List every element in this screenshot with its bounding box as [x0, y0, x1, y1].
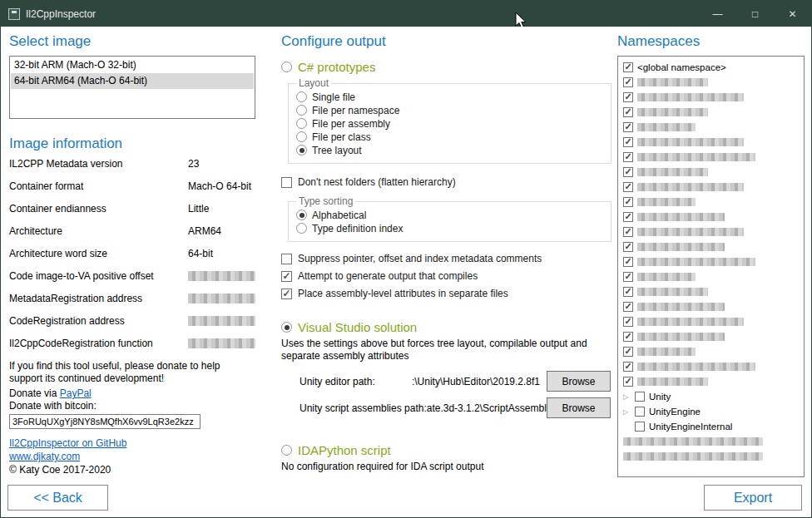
namespace-checkbox[interactable]: [623, 242, 633, 252]
namespace-item[interactable]: [621, 269, 801, 284]
github-link[interactable]: Il2CppInspector on GitHub: [9, 437, 126, 449]
layout-radio[interactable]: [296, 145, 307, 155]
layout-option[interactable]: File per class: [296, 131, 603, 143]
layout-option[interactable]: File per namespace: [296, 104, 603, 116]
namespace-checkbox[interactable]: [635, 407, 645, 417]
bitcoin-address-input[interactable]: [9, 414, 201, 429]
type-sorting-option[interactable]: Type definition index: [296, 222, 603, 234]
paypal-link[interactable]: PayPal: [60, 387, 92, 399]
flatten-folders-checkbox[interactable]: [281, 177, 292, 188]
namespace-item[interactable]: [621, 314, 801, 329]
namespace-item[interactable]: [621, 284, 801, 299]
namespace-checkbox[interactable]: [623, 287, 633, 297]
namespace-checkbox[interactable]: [623, 347, 633, 357]
expander-icon[interactable]: ▷: [623, 408, 631, 416]
namespace-item[interactable]: [621, 299, 801, 314]
namespace-checkbox[interactable]: [623, 152, 633, 162]
output-option-row[interactable]: Place assembly-level attributes in separ…: [281, 287, 611, 300]
layout-option[interactable]: Single file: [296, 91, 603, 103]
back-button[interactable]: << Back: [7, 485, 108, 511]
idapython-script-radio[interactable]: [281, 445, 292, 456]
namespace-item[interactable]: [621, 224, 801, 239]
info-value: 64-bit: [188, 248, 255, 259]
output-option-checkbox[interactable]: [281, 254, 292, 264]
namespace-checkbox[interactable]: [623, 77, 633, 87]
visual-studio-solution-radio[interactable]: [281, 322, 292, 333]
browse-button[interactable]: Browse: [547, 397, 611, 418]
namespace-checkbox[interactable]: [623, 332, 633, 342]
namespace-checkbox[interactable]: [623, 257, 633, 267]
minimize-button[interactable]: —: [699, 1, 736, 27]
output-option-checkbox[interactable]: [281, 289, 292, 299]
namespace-checkbox[interactable]: [623, 212, 633, 222]
namespace-item[interactable]: ▷Unity: [621, 389, 801, 404]
namespace-item[interactable]: [621, 165, 801, 180]
type-sorting-radio[interactable]: [296, 223, 307, 234]
namespace-item[interactable]: [621, 75, 801, 90]
visual-studio-solution-option[interactable]: Visual Studio solution: [281, 320, 611, 334]
namespace-item[interactable]: [621, 434, 801, 449]
idapython-script-option[interactable]: IDAPython script: [281, 443, 611, 457]
layout-radio[interactable]: [296, 118, 307, 129]
namespace-checkbox[interactable]: [623, 302, 633, 312]
layout-option[interactable]: File per assembly: [296, 117, 603, 130]
namespace-checkbox[interactable]: [623, 272, 633, 282]
expander-icon[interactable]: ▷: [623, 393, 631, 401]
close-button[interactable]: ✕: [774, 1, 811, 27]
namespace-item[interactable]: [621, 374, 801, 389]
namespace-checkbox[interactable]: [623, 197, 633, 207]
browse-button[interactable]: Browse: [547, 371, 611, 392]
namespace-checkbox[interactable]: [623, 62, 633, 72]
donate-paypal-prefix: Donate via: [9, 387, 60, 399]
namespace-checkbox[interactable]: [623, 227, 633, 237]
image-list-item[interactable]: 64-bit ARM64 (Mach-O 64-bit): [11, 73, 254, 89]
namespace-item[interactable]: <global namespace>: [621, 60, 801, 75]
namespace-item[interactable]: [621, 120, 801, 135]
layout-radio[interactable]: [296, 105, 307, 116]
namespace-item[interactable]: [621, 105, 801, 120]
namespace-checkbox[interactable]: [623, 92, 633, 102]
namespaces-list[interactable]: <global namespace>▷Unity▷UnityEngineUnit…: [617, 56, 805, 477]
csharp-prototypes-radio[interactable]: [281, 62, 292, 72]
output-option-checkbox[interactable]: [281, 271, 292, 282]
namespace-item[interactable]: [621, 449, 801, 464]
export-button[interactable]: Export: [704, 485, 802, 511]
website-link[interactable]: www.djkaty.com: [9, 451, 80, 462]
csharp-prototypes-option[interactable]: C# prototypes: [281, 60, 611, 74]
image-listbox[interactable]: 32-bit ARM (Mach-O 32-bit)64-bit ARM64 (…: [9, 56, 255, 119]
namespace-checkbox[interactable]: [623, 167, 633, 177]
namespace-checkbox[interactable]: [623, 122, 633, 132]
namespace-item[interactable]: [621, 90, 801, 105]
namespace-checkbox[interactable]: [623, 362, 633, 372]
namespace-item[interactable]: [621, 195, 801, 210]
image-list-item[interactable]: 32-bit ARM (Mach-O 32-bit): [11, 57, 254, 73]
namespace-item[interactable]: [621, 254, 801, 269]
namespace-checkbox[interactable]: [623, 137, 633, 147]
namespace-item[interactable]: UnityEngineInternal: [621, 419, 801, 434]
namespace-item[interactable]: [621, 344, 801, 359]
namespace-item[interactable]: [621, 210, 801, 224]
namespace-checkbox[interactable]: [623, 107, 633, 117]
namespace-checkbox[interactable]: [635, 392, 645, 402]
namespace-checkbox[interactable]: [623, 377, 633, 387]
layout-radio[interactable]: [296, 91, 307, 102]
namespace-checkbox[interactable]: [635, 422, 645, 432]
type-sorting-option[interactable]: Alphabetical: [296, 209, 603, 221]
donate-message: If you find this tool useful, please don…: [9, 360, 255, 385]
flatten-folders-row[interactable]: Don't nest folders (flatten hierarchy): [281, 175, 611, 189]
namespace-item[interactable]: [621, 329, 801, 344]
layout-option[interactable]: Tree layout: [296, 144, 603, 156]
output-option-row[interactable]: Attempt to generate output that compiles: [281, 269, 611, 283]
namespace-item[interactable]: ▷UnityEngine: [621, 404, 801, 419]
namespace-item[interactable]: [621, 180, 801, 195]
maximize-button[interactable]: □: [736, 1, 774, 27]
output-option-row[interactable]: Suppress pointer, offset and index metad…: [281, 252, 611, 265]
namespace-checkbox[interactable]: [623, 182, 633, 192]
namespace-item[interactable]: [621, 135, 801, 150]
namespace-item[interactable]: [621, 359, 801, 374]
namespace-item[interactable]: [621, 239, 801, 254]
namespace-checkbox[interactable]: [623, 317, 633, 327]
namespace-item[interactable]: [621, 150, 801, 165]
type-sorting-radio[interactable]: [296, 210, 307, 220]
layout-radio[interactable]: [296, 131, 307, 142]
